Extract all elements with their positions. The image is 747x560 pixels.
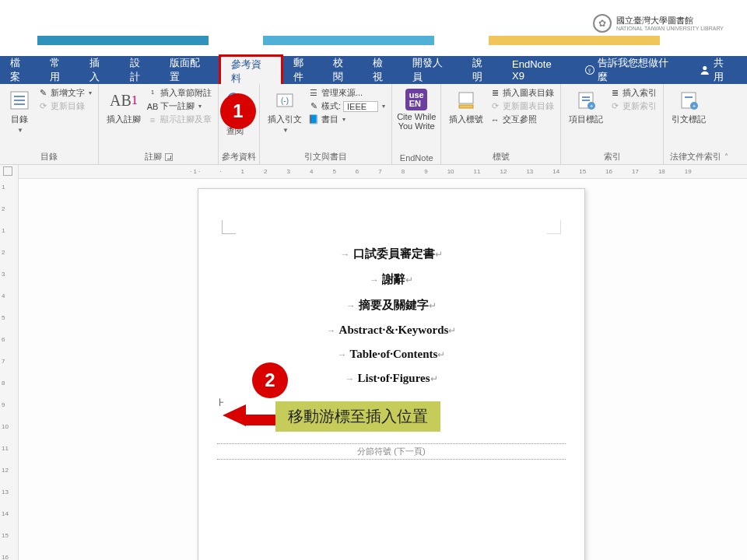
group-label: 引文與書目 (304, 151, 347, 163)
tell-me-label: 告訴我您想做什麼 (598, 56, 676, 84)
ruler-tick: 3 (2, 271, 5, 278)
ruler-tick: 2 (2, 205, 5, 212)
ruler-tick: 9 (2, 401, 5, 408)
mark-entry-label: 項目標記 (569, 114, 603, 125)
update-index-button[interactable]: ⟳更新索引 (609, 100, 657, 112)
ribbon-group-footnotes: AB1 插入註腳 ¹插入章節附註 AB下一註腳▾ ≡顯示註腳及章 註腳 (99, 84, 219, 164)
sources-icon: ☰ (308, 88, 319, 99)
toc-button[interactable]: 目錄 ▼ (6, 87, 33, 135)
bibliography-button[interactable]: 📘書目▾ (308, 114, 385, 125)
ruler-tick: 15 (2, 532, 9, 539)
tab-endnote[interactable]: EndNote X9 (502, 56, 575, 84)
ruler-tick: 1 (2, 227, 5, 234)
mark-entry-button[interactable]: + 項目標記 (567, 87, 605, 127)
library-logo: ✿ 國立臺灣大學圖書館 NATIONAL TAIWAN UNIVERSITY L… (593, 14, 724, 33)
next-icon: AB (147, 101, 158, 112)
tab-home[interactable]: 常用 (40, 56, 79, 84)
decor-bar (489, 36, 660, 45)
doc-heading: →口試委員審定書↵ (217, 247, 566, 261)
svg-rect-10 (459, 105, 473, 108)
tab-developer[interactable]: 開發人員 (402, 56, 461, 84)
editor-area: 121234567891011121314151617 · 1 ··123456… (0, 165, 747, 560)
chevron-down-icon: ▾ (342, 116, 345, 123)
tab-review[interactable]: 校閱 (323, 56, 363, 84)
refresh-icon: ⟳ (489, 101, 500, 112)
tab-layout[interactable]: 版面配置 (160, 56, 219, 84)
tab-mailings[interactable]: 郵件 (283, 56, 323, 84)
tab-file[interactable]: 檔案 (0, 56, 40, 84)
cross-ref-button[interactable]: ↔交互參照 (489, 114, 554, 125)
refresh-icon: ⟳ (37, 101, 48, 112)
chevron-down-icon: ▼ (282, 127, 289, 134)
cite-while-you-write-button[interactable]: useEN Cite While You Write (395, 87, 437, 132)
tab-references[interactable]: 參考資料 (219, 54, 282, 84)
update-figures-button[interactable]: ⟳更新圖表目錄 (489, 100, 554, 112)
ribbon-group-toc: 目錄 ▼ ✎新增文字▾ ⟳更新目錄 目錄 (0, 84, 99, 164)
vertical-ruler[interactable]: 121234567891011121314151617 (0, 165, 19, 560)
show-notes-button[interactable]: ≡顯示註腳及章 (147, 114, 212, 125)
insert-footnote-label: 插入註腳 (107, 114, 141, 125)
tab-design[interactable]: 設計 (120, 56, 160, 84)
crop-mark-icon (222, 220, 236, 234)
insert-citation-button[interactable]: (-) 插入引文 ▼ (266, 87, 303, 135)
callout-arrow-icon (223, 404, 275, 431)
ruler-tick: 4 (2, 292, 5, 299)
add-text-button[interactable]: ✎新增文字▾ (37, 87, 92, 99)
ruler-tick: 5 (2, 314, 5, 321)
mark-citation-icon: + (677, 89, 700, 112)
ribbon: 目錄 ▼ ✎新增文字▾ ⟳更新目錄 目錄 AB1 插入註腳 ¹插入章節附註 AB… (0, 84, 747, 165)
ruler-tick: 12 (2, 467, 9, 474)
chevron-down-icon: ▾ (89, 89, 92, 96)
callout-label: 移動游標至插入位置 (275, 401, 440, 432)
style-select[interactable]: ✎樣式: IEEE▾ (308, 100, 385, 112)
doc-heading: →謝辭↵ (217, 272, 566, 287)
group-label: EndNote (400, 153, 433, 163)
insert-footnote-button[interactable]: AB1 插入註腳 (105, 87, 142, 127)
refresh-icon: ⟳ (609, 101, 620, 112)
tab-help[interactable]: 說明 (462, 56, 502, 84)
style-icon: ✎ (308, 101, 319, 112)
doc-heading: →Abstract·&·Keywords↵ (217, 324, 566, 337)
ribbon-group-index: + 項目標記 ≣插入索引 ⟳更新索引 索引 (561, 84, 664, 164)
ruler-tick: 6 (2, 336, 5, 343)
horizontal-ruler[interactable]: · 1 ··12345678910111213141516171819 (19, 165, 747, 179)
callout-number-2: 2 (252, 362, 288, 398)
tab-view[interactable]: 檢視 (363, 56, 402, 84)
crop-mark-icon (547, 220, 561, 234)
group-label: 目錄 (40, 151, 58, 163)
mark-entry-icon: + (574, 89, 598, 112)
ruler-tick: 7 (2, 358, 5, 365)
ruler-tick: 10 (2, 423, 9, 430)
tell-me-search[interactable]: ♀ 告訴我您想做什麼 (575, 56, 686, 84)
insert-index-button[interactable]: ≣插入索引 (609, 87, 657, 99)
decor-bar (263, 36, 434, 45)
cww-label: Cite While You Write (397, 112, 436, 131)
tab-insert[interactable]: 插入 (79, 56, 119, 84)
chevron-down-icon: ▼ (17, 127, 23, 134)
logo-title: 國立臺灣大學圖書館 (616, 16, 724, 25)
chevron-down-icon: ▾ (382, 103, 385, 110)
collapse-ribbon-icon[interactable]: ˄ (724, 152, 728, 161)
chevron-down-icon: ▾ (198, 103, 202, 110)
section-break: 分節符號 (下一頁) (217, 443, 566, 460)
ruler-corner-icon (3, 166, 12, 176)
share-button[interactable]: 共用 (686, 56, 747, 84)
insert-figures-button[interactable]: ≣插入圖表目錄 (489, 87, 554, 99)
svg-rect-9 (459, 93, 473, 103)
insert-endnote-button[interactable]: ¹插入章節附註 (147, 87, 212, 99)
insert-caption-button[interactable]: 插入標號 (447, 87, 485, 127)
list-icon: ≣ (489, 88, 500, 99)
header-decor: ✿ 國立臺灣大學圖書館 NATIONAL TAIWAN UNIVERSITY L… (0, 0, 747, 45)
doc-heading: →Table·of·Contents↵ (217, 348, 566, 361)
dialog-launcher-icon[interactable] (165, 153, 173, 161)
next-footnote-button[interactable]: AB下一註腳▾ (147, 100, 212, 112)
show-icon: ≡ (147, 114, 158, 125)
ruler-tick: 8 (2, 380, 5, 387)
index-icon: ≣ (609, 88, 620, 99)
update-toc-button[interactable]: ⟳更新目錄 (37, 100, 92, 112)
toc-label: 目錄 (11, 114, 28, 125)
insert-caption-label: 插入標號 (449, 114, 483, 125)
style-value[interactable]: IEEE (343, 101, 378, 112)
mark-citation-button[interactable]: + 引文標記 (670, 87, 707, 127)
manage-sources-button[interactable]: ☰管理來源... (308, 87, 385, 99)
